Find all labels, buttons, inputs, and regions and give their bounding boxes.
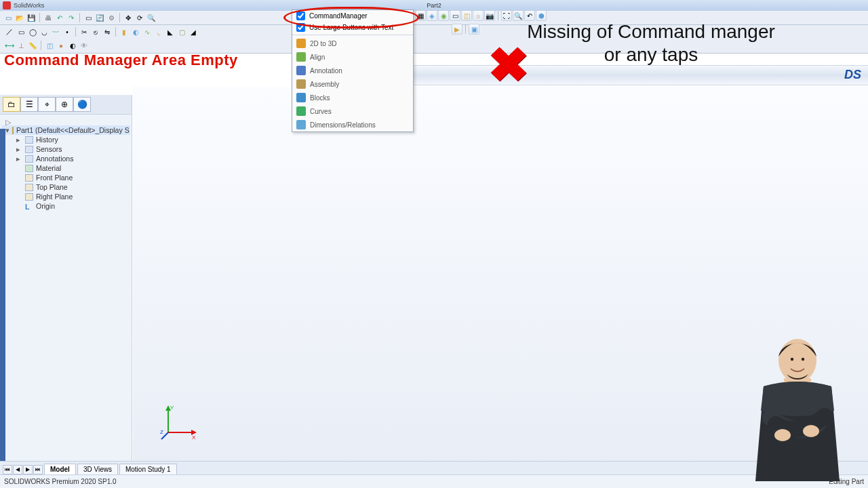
side-rail <box>0 129 5 461</box>
feature-tree[interactable]: ▷ ▾ Part1 (Default<<Default>_Display S ▸… <box>0 115 132 214</box>
cm-item-label: Dimensions/Relations <box>310 121 376 129</box>
cm-item[interactable]: Blocks <box>292 91 413 104</box>
fm-tab-config[interactable]: ⌖ <box>38 97 56 112</box>
zoom-fit-icon[interactable]: ⛶ <box>501 10 512 21</box>
print-icon[interactable]: 🖶 <box>43 12 54 23</box>
circle-icon[interactable]: ◯ <box>27 26 38 37</box>
cm-item[interactable]: 2D to 3D <box>292 37 413 50</box>
tree-pin-row[interactable]: ▷ <box>1 117 130 125</box>
point-icon[interactable]: • <box>62 26 73 37</box>
svg-point-10 <box>774 429 791 441</box>
view-shade-icon[interactable]: ◉ <box>438 10 449 21</box>
origin-icon: L <box>25 203 33 210</box>
cm-item[interactable]: Assembly <box>292 77 413 91</box>
tree-item-icon <box>25 136 33 144</box>
tree-item[interactable]: Top Plane <box>1 182 130 192</box>
save-icon[interactable]: 💾 <box>26 12 37 23</box>
select-icon[interactable]: ▭ <box>83 12 94 23</box>
dimension-icon[interactable]: ⟷ <box>4 40 15 51</box>
shell-icon[interactable]: ▢ <box>176 26 187 37</box>
tab-nav-prev[interactable]: ◀ <box>13 465 22 474</box>
tree-item-label: Right Plane <box>36 192 73 201</box>
cm-largebuttons[interactable]: Use Large Buttons with Text <box>292 22 413 33</box>
cm-item-icon <box>296 93 306 102</box>
section-view-icon[interactable]: ◫ <box>461 10 472 21</box>
section-icon[interactable]: ◫ <box>44 40 55 51</box>
cm-hdr2-label: Use Large Buttons with Text <box>309 24 393 31</box>
tree-item-label: Annotations <box>36 155 73 163</box>
fillet-icon[interactable]: ◟ <box>153 26 164 37</box>
cm-item-icon <box>296 52 306 62</box>
pan-icon[interactable]: ✥ <box>123 12 134 23</box>
tree-item[interactable]: Front Plane <box>1 173 130 182</box>
tree-item[interactable]: Right Plane <box>1 192 130 201</box>
tab-nav-last[interactable]: ⏭ <box>33 465 43 474</box>
fm-tab-prop[interactable]: ☰ <box>20 97 38 112</box>
rebuild-icon[interactable]: 🔄 <box>94 12 105 23</box>
cm-item-label: Blocks <box>310 94 330 102</box>
measure-icon[interactable]: 📏 <box>27 40 38 51</box>
cm-commandmanager[interactable]: CommandManager <box>292 10 413 22</box>
spline-icon[interactable]: 〰 <box>50 26 61 37</box>
tab-nav-first[interactable]: ⏮ <box>3 465 12 474</box>
hide-icon[interactable]: 👁 <box>79 40 90 51</box>
offset-icon[interactable]: ⎋ <box>90 26 101 37</box>
cm-hdr1-label: CommandManager <box>309 12 368 20</box>
view-wire-icon[interactable]: ▭ <box>450 10 460 21</box>
cm-item[interactable]: Align <box>292 50 413 64</box>
orient-icon[interactable]: ⬢ <box>536 10 547 21</box>
tree-item-icon <box>25 174 33 182</box>
fm-tab-disp[interactable]: 🔵 <box>73 97 91 112</box>
cm-item-icon <box>296 66 306 75</box>
chamfer-icon[interactable]: ◣ <box>165 26 176 37</box>
toolbar-context-menu[interactable]: CommandManager Use Large Buttons with Te… <box>292 9 414 132</box>
view-front-icon[interactable]: ▦ <box>415 10 426 21</box>
zoom-icon[interactable]: 🔍 <box>146 12 157 23</box>
sweep-icon[interactable]: ∿ <box>142 26 153 37</box>
fm-tab-tree[interactable]: 🗀 <box>3 97 20 112</box>
cm-item-icon <box>296 39 306 48</box>
revolve-icon[interactable]: ◐ <box>130 26 141 37</box>
tree-item-icon <box>25 165 33 172</box>
tab-3dviews[interactable]: 3D Views <box>77 464 118 474</box>
display-icon[interactable]: ◐ <box>67 40 78 51</box>
zoom-area-icon[interactable]: 🔍 <box>513 10 524 21</box>
cm-item[interactable]: Dimensions/Relations <box>292 118 413 131</box>
tree-item[interactable]: ▸Sensors <box>1 144 130 154</box>
cm-item[interactable]: Annotation <box>292 64 413 77</box>
tab-nav-next[interactable]: ▶ <box>23 465 33 474</box>
appearance-icon[interactable]: ● <box>56 40 66 51</box>
cm-check-2[interactable] <box>296 23 305 32</box>
mirror-icon[interactable]: ⇋ <box>102 26 113 37</box>
tree-item[interactable]: ▸Annotations <box>1 154 130 163</box>
tree-item-icon <box>25 146 33 153</box>
tree-root[interactable]: ▾ Part1 (Default<<Default>_Display S <box>1 125 130 135</box>
new-icon[interactable]: ▭ <box>3 12 14 23</box>
tree-item[interactable]: ▸History <box>1 135 130 144</box>
tab-model[interactable]: Model <box>44 464 76 474</box>
rect-icon[interactable]: ▭ <box>16 26 26 37</box>
redo-icon[interactable]: ↷ <box>66 12 77 23</box>
view-iso-icon[interactable]: ◈ <box>427 10 437 21</box>
undo-icon[interactable]: ↶ <box>54 12 65 23</box>
draft-icon[interactable]: ◢ <box>188 26 199 37</box>
options-icon[interactable]: ⚙ <box>106 12 117 23</box>
fm-tab-dim[interactable]: ⊕ <box>56 97 73 112</box>
cm-item[interactable]: Curves <box>292 104 413 118</box>
open-icon[interactable]: 📂 <box>14 12 25 23</box>
tree-item[interactable]: LOrigin <box>1 201 130 211</box>
rotate-icon[interactable]: ⟳ <box>134 12 145 23</box>
prev-view-icon[interactable]: ↶ <box>524 10 535 21</box>
arc-icon[interactable]: ◡ <box>39 26 50 37</box>
tree-item[interactable]: Material <box>1 163 130 173</box>
line-icon[interactable]: ／ <box>4 26 15 37</box>
tab-motion[interactable]: Motion Study 1 <box>119 464 177 474</box>
camera-icon[interactable]: 📷 <box>484 10 495 21</box>
relation-icon[interactable]: ⊥ <box>16 40 26 51</box>
cm-item-label: 2D to 3D <box>310 40 336 47</box>
cm-check-1[interactable] <box>296 12 305 20</box>
tree-item-label: Sensors <box>36 145 62 153</box>
extrude-icon[interactable]: ▮ <box>119 26 130 37</box>
trim-icon[interactable]: ✂ <box>79 26 90 37</box>
scene-icon[interactable]: ☼ <box>473 10 484 21</box>
